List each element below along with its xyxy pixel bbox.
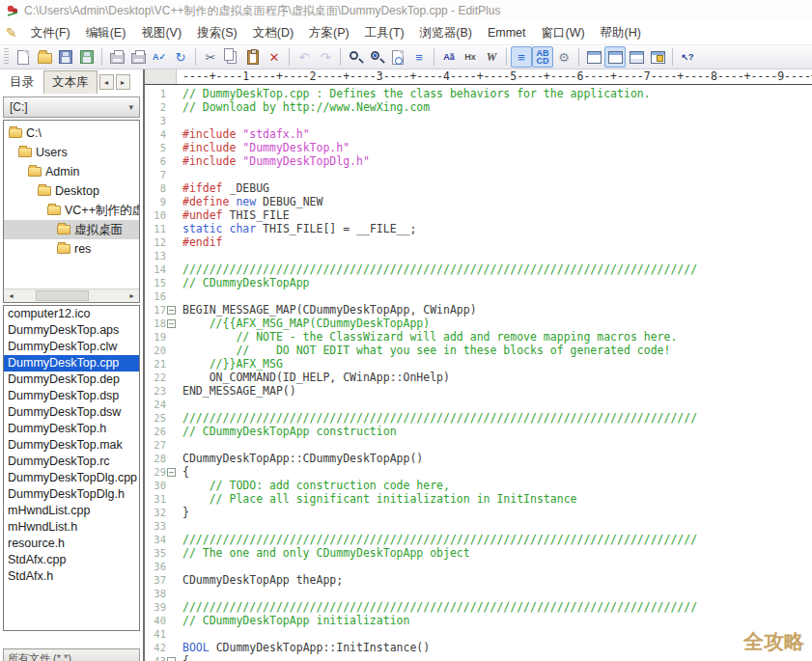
code-line-10[interactable]: 10#undef THIS_FILE <box>145 208 812 222</box>
file-item-stdafx.h[interactable]: StdAfx.h <box>4 568 139 585</box>
delete-button[interactable]: ✕ <box>264 46 285 68</box>
code-line-8[interactable]: 8#ifdef _DEBUG <box>145 181 812 195</box>
code-line-31[interactable]: 31 // Place all significant initializati… <box>145 492 812 506</box>
code-line-36[interactable]: 36 <box>145 560 812 573</box>
code-line-7[interactable]: 7 <box>145 168 812 181</box>
new-file-button[interactable] <box>13 46 34 68</box>
fold-marker-icon[interactable] <box>167 319 176 328</box>
code-line-6[interactable]: 6#include "DummyDeskTopDlg.h" <box>145 154 812 168</box>
menu-item-10[interactable]: 帮助(H) <box>593 23 649 42</box>
file-item-dummydesktopdlg.cpp[interactable]: DummyDeskTopDlg.cpp <box>4 470 139 486</box>
code-line-32[interactable]: 32} <box>145 506 812 519</box>
tab-scroll-left-icon[interactable]: ◂ <box>99 74 114 90</box>
code-line-14[interactable]: 14//////////////////////////////////////… <box>145 262 812 276</box>
menu-item-9[interactable]: 窗口(W) <box>533 23 592 42</box>
code-line-20[interactable]: 20 // DO NOT EDIT what you see in these … <box>145 344 812 357</box>
hex-button[interactable]: Hx <box>460 46 481 68</box>
code-line-39[interactable]: 39//////////////////////////////////////… <box>145 600 812 614</box>
wrap-button[interactable]: ≡ <box>511 46 532 68</box>
code-line-37[interactable]: 37CDummyDeskTopApp theApp; <box>145 573 812 587</box>
file-filter-dropdown[interactable]: 所有文件 (*.*) <box>3 648 140 661</box>
cut-button[interactable]: ✂ <box>200 46 221 68</box>
code-line-22[interactable]: 22 ON_COMMAND(ID_HELP, CWinApp::OnHelp) <box>145 371 812 384</box>
font-button[interactable]: Aã <box>438 46 460 68</box>
win-browser-button[interactable] <box>647 46 668 68</box>
menu-item-6[interactable]: 工具(T) <box>357 23 412 42</box>
code-line-19[interactable]: 19 // NOTE - the ClassWizard will add an… <box>145 330 812 344</box>
tab-scroll-right-icon[interactable]: ▸ <box>116 74 130 90</box>
redo-button[interactable]: ↷ <box>315 46 336 68</box>
fold-marker-icon[interactable] <box>167 468 176 477</box>
scrollbar-thumb[interactable] <box>36 290 89 301</box>
open-folder-button[interactable] <box>34 46 55 68</box>
file-item-dummydesktop.dep[interactable]: DummyDeskTop.dep <box>4 372 139 388</box>
code-line-5[interactable]: 5#include "DummyDeskTop.h" <box>145 141 812 154</box>
tree-item-res[interactable]: res <box>4 239 139 259</box>
code-line-12[interactable]: 12#endif <box>145 235 812 249</box>
code-line-3[interactable]: 3 <box>145 114 812 127</box>
tree-item-c[interactable]: C:\ <box>4 124 139 143</box>
code-line-33[interactable]: 33 <box>145 519 812 533</box>
file-item-dummydesktopdlg.h[interactable]: DummyDeskTopDlg.h <box>4 486 139 503</box>
save-button[interactable] <box>55 46 76 68</box>
file-item-dummydesktop.clw[interactable]: DummyDeskTop.clw <box>4 339 139 355</box>
reload-button[interactable]: ↻ <box>170 46 191 68</box>
file-item-dummydesktop.cpp[interactable]: DummyDeskTop.cpp <box>4 355 139 372</box>
code-line-34[interactable]: 34//////////////////////////////////////… <box>145 533 812 546</box>
code-line-23[interactable]: 23END_MESSAGE_MAP() <box>145 384 812 398</box>
tree-item-vc制作的虚拟桌面程序[interactable]: VC++制作的虚拟桌面程序 <box>4 201 139 220</box>
file-item-dummydesktop.aps[interactable]: DummyDeskTop.aps <box>4 322 139 339</box>
code-line-41[interactable]: 41 <box>145 627 812 641</box>
tree-item-虚拟桌面[interactable]: 虚拟桌面 <box>4 220 139 239</box>
replace-button[interactable] <box>366 46 387 68</box>
menu-item-1[interactable]: 编辑(E) <box>78 23 134 42</box>
file-item-mhwndlist.h[interactable]: mHwndList.h <box>4 519 139 536</box>
menu-item-3[interactable]: 搜索(S) <box>189 23 245 42</box>
code-line-2[interactable]: 2// Download by http://www.NewXing.com <box>145 100 812 114</box>
spell-check-button[interactable]: A✓ <box>149 46 170 68</box>
tree-item-users[interactable]: Users <box>4 143 139 162</box>
print-button[interactable] <box>127 46 149 68</box>
sort-lines-button[interactable]: ≡ <box>408 46 430 68</box>
code-line-43[interactable]: 43{ <box>145 654 812 661</box>
code-line-26[interactable]: 26// CDummyDeskTopApp construction <box>145 425 812 438</box>
toolbar-drag-handle[interactable] <box>4 48 9 66</box>
scrollbar-track[interactable] <box>18 289 125 302</box>
tab-cliptext[interactable]: 文本库 <box>43 70 98 94</box>
win-cliptext-button[interactable] <box>583 46 604 68</box>
tree-item-admin[interactable]: Admin <box>4 162 139 181</box>
code-line-42[interactable]: 42BOOL CDummyDeskTopApp::InitInstance() <box>145 641 812 654</box>
tab-directory[interactable]: 目录 <box>0 70 43 95</box>
code-line-16[interactable]: 16 <box>145 289 812 303</box>
code-line-25[interactable]: 25//////////////////////////////////////… <box>145 411 812 425</box>
save-all-button[interactable] <box>76 46 98 68</box>
copy-button[interactable] <box>221 46 242 68</box>
code-line-24[interactable]: 24 <box>145 398 812 411</box>
fold-marker-icon[interactable] <box>167 306 176 315</box>
file-item-dummydesktop.dsw[interactable]: DummyDeskTop.dsw <box>4 404 139 421</box>
code-line-40[interactable]: 40// CDummyDeskTopApp initialization <box>145 614 812 627</box>
code-line-28[interactable]: 28CDummyDeskTopApp::CDummyDeskTopApp() <box>145 452 812 465</box>
code-line-29[interactable]: 29{ <box>145 465 812 479</box>
code-line-21[interactable]: 21 //}}AFX_MSG <box>145 357 812 371</box>
tree-horizontal-scrollbar[interactable]: ◂ ▸ <box>4 289 139 302</box>
code-line-30[interactable]: 30 // TODO: add construction code here, <box>145 479 812 492</box>
file-item-dummydesktop.dsp[interactable]: DummyDeskTop.dsp <box>4 388 139 404</box>
menu-item-7[interactable]: 浏览器(B) <box>412 23 480 42</box>
code-line-35[interactable]: 35// The one and only CDummyDeskTopApp o… <box>145 546 812 560</box>
code-line-13[interactable]: 13 <box>145 249 812 262</box>
drive-dropdown[interactable]: [C:] ▾ <box>3 96 140 118</box>
file-item-computer12.ico[interactable]: computer12.ico <box>4 306 139 322</box>
undo-button[interactable]: ↶ <box>294 46 315 68</box>
code-editor[interactable]: ----+----1----+----2----+----3----+----4… <box>145 69 812 661</box>
code-line-11[interactable]: 11static char THIS_FILE[] = __FILE__; <box>145 222 812 235</box>
tree-item-desktop[interactable]: Desktop <box>4 181 139 201</box>
file-item-stdafx.cpp[interactable]: StdAfx.cpp <box>4 552 139 568</box>
code-line-4[interactable]: 4#include "stdafx.h" <box>145 127 812 141</box>
menu-item-5[interactable]: 方案(P) <box>301 23 357 42</box>
find-in-files-button[interactable] <box>387 46 408 68</box>
win-output-button[interactable] <box>626 46 647 68</box>
paste-button[interactable] <box>242 46 264 68</box>
scroll-right-icon[interactable]: ▸ <box>125 289 139 302</box>
whitespace-button[interactable]: W <box>481 46 502 68</box>
